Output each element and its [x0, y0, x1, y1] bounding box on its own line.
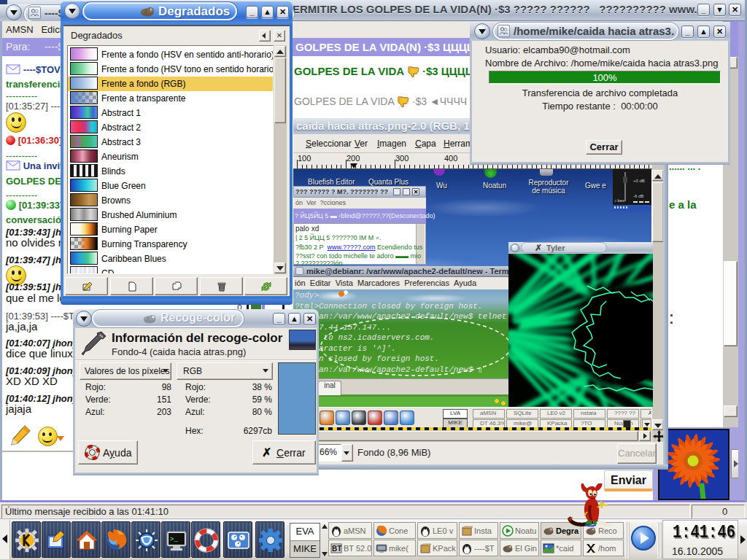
- svg-text:>_: >_: [170, 536, 178, 543]
- svg-text:BT: BT: [332, 545, 341, 553]
